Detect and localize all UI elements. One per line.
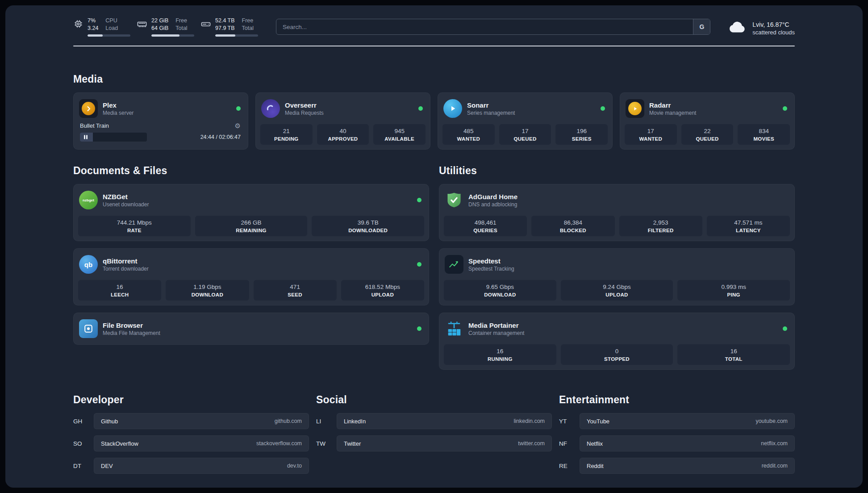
cpu-load-label: Load	[105, 25, 118, 32]
card-adguard-home[interactable]: AdGuard Home DNS and adblocking 498,461Q…	[439, 184, 795, 241]
status-dot	[601, 106, 605, 111]
section-developer: Developer GH Github github.com SO StackO…	[73, 394, 309, 480]
disk-total-label: Total	[242, 25, 254, 32]
stat-tile-stopped: 0STOPPED	[561, 344, 673, 365]
stat-tile-pending: 21PENDING	[260, 124, 313, 145]
search-engine-button[interactable]: G	[693, 19, 710, 34]
memory-free-value: 22 GiB	[151, 17, 168, 25]
bookmark-abbr: RE	[559, 463, 580, 469]
app-subtitle: Media File Management	[103, 330, 160, 336]
app-title: Speedtest	[468, 257, 514, 265]
app-subtitle: Movie management	[649, 110, 696, 116]
card-overseerr[interactable]: Overseerr Media Requests 21PENDING 40APP…	[255, 92, 430, 150]
bookmark-dev: DT DEV dev.to	[73, 458, 309, 474]
documents-section-title: Documents & Files	[73, 165, 429, 177]
status-dot	[417, 262, 421, 267]
stat-tile-running: 16RUNNING	[444, 344, 556, 365]
app-subtitle: Usenet downloader	[103, 201, 149, 208]
playback-progress-bar[interactable]	[80, 133, 147, 142]
bookmark-link-dev[interactable]: DEV dev.to	[94, 458, 309, 474]
card-nzbget[interactable]: nzbget NZBGet Usenet downloader 744.21 M…	[73, 184, 429, 241]
stat-tile-movies: 834MOVIES	[738, 124, 790, 145]
divider	[73, 46, 795, 46]
app-subtitle: DNS and adblocking	[468, 201, 517, 208]
card-speedtest[interactable]: Speedtest Speedtest Tracking 9.65 GbpsDO…	[439, 248, 795, 305]
bookmark-link-netflix[interactable]: Netflix netflix.com	[580, 435, 795, 451]
pause-button[interactable]	[84, 135, 88, 139]
top-bar: 7% 3.24 CPU Load	[73, 17, 795, 38]
search-bar: G	[276, 19, 710, 35]
bookmark-link-youtube[interactable]: YouTube youtube.com	[580, 413, 795, 429]
gear-icon[interactable]: ⚙	[235, 122, 241, 129]
stat-tile-queued: 17QUEUED	[499, 124, 551, 145]
app-title: Plex	[103, 101, 134, 109]
playback-time: 24:44 / 02:06:47	[200, 134, 241, 140]
cpu-icon	[73, 19, 83, 29]
app-subtitle: Torrent downloader	[103, 266, 149, 272]
sonarr-icon	[443, 99, 462, 118]
cloud-icon	[728, 18, 747, 38]
bookmark-link-linkedin[interactable]: LinkedIn linkedin.com	[337, 413, 552, 429]
stat-tile-upload: 618.52 MbpsUPLOAD	[341, 280, 424, 301]
stat-tile-remaining: 266 GBREMAINING	[195, 216, 308, 236]
card-sonarr[interactable]: Sonarr Series management 485WANTED 17QUE…	[438, 92, 613, 150]
stat-tile-queries: 498,461QUERIES	[444, 216, 527, 236]
bookmark-link-reddit[interactable]: Reddit reddit.com	[580, 458, 795, 474]
file-browser-icon	[79, 319, 98, 338]
app-title: Sonarr	[467, 101, 515, 109]
bookmark-stackoverflow: SO StackOverflow stackoverflow.com	[73, 435, 309, 451]
social-section-title: Social	[316, 394, 552, 406]
bookmark-netflix: NF Netflix netflix.com	[559, 435, 795, 451]
stat-tile-seed: 471SEED	[254, 280, 337, 301]
stat-tile-rate: 744.21 MbpsRATE	[78, 216, 191, 236]
bookmark-link-stackoverflow[interactable]: StackOverflow stackoverflow.com	[94, 435, 309, 451]
disk-usage-bar	[215, 34, 258, 37]
status-dot	[783, 326, 787, 331]
weather-condition: scattered clouds	[752, 29, 795, 36]
bookmark-abbr: NF	[559, 440, 580, 447]
status-dot	[417, 198, 421, 202]
bookmark-link-github[interactable]: Github github.com	[94, 413, 309, 429]
card-radarr[interactable]: Radarr Movie management 17WANTED 22QUEUE…	[620, 92, 795, 150]
cpu-percent: 7%	[88, 17, 98, 25]
app-subtitle: Container management	[468, 330, 524, 336]
memory-widget: 22 GiB 64 GiB Free Total	[137, 17, 194, 37]
disk-icon	[200, 19, 211, 29]
bookmark-youtube: YT YouTube youtube.com	[559, 413, 795, 429]
bookmark-abbr: DT	[73, 463, 94, 469]
disk-total-value: 97.9 TB	[215, 25, 235, 32]
media-section-title: Media	[73, 73, 795, 85]
search-input[interactable]	[276, 19, 693, 34]
section-media: Media Plex Media server Bullet Train ⚙	[73, 73, 795, 150]
memory-free-label: Free	[175, 17, 187, 25]
bookmark-abbr: GH	[73, 418, 94, 425]
nzbget-icon: nzbget	[79, 191, 98, 209]
card-plex[interactable]: Plex Media server Bullet Train ⚙ 24:44 /…	[73, 92, 248, 150]
stat-tile-leech: 16LEECH	[78, 280, 161, 301]
cpu-load-value: 3.24	[88, 25, 98, 32]
card-file-browser[interactable]: File Browser Media File Management	[73, 313, 429, 345]
card-portainer[interactable]: Media Portainer Container management 16R…	[439, 313, 795, 370]
stat-tile-approved: 40APPROVED	[317, 124, 369, 145]
stat-tile-total: 16TOTAL	[677, 344, 790, 365]
overseerr-icon	[261, 99, 280, 118]
section-documents: Documents & Files nzbget NZBGet Usenet d…	[73, 165, 429, 345]
bookmark-abbr: YT	[559, 418, 580, 425]
bookmark-link-twitter[interactable]: Twitter twitter.com	[337, 435, 552, 451]
weather-widget: Lviv, 16.87°C scattered clouds	[728, 18, 795, 38]
stat-tile-blocked: 86,384BLOCKED	[531, 216, 614, 236]
now-playing-title: Bullet Train	[80, 122, 109, 129]
app-subtitle: Speedtest Tracking	[468, 266, 514, 272]
bookmark-abbr: TW	[316, 440, 337, 447]
utilities-section-title: Utilities	[439, 165, 795, 177]
status-dot	[417, 326, 421, 331]
app-title: AdGuard Home	[468, 193, 517, 201]
card-qbittorrent[interactable]: qb qBittorrent Torrent downloader 16LEEC…	[73, 248, 429, 305]
bookmark-linkedin: LI LinkedIn linkedin.com	[316, 413, 552, 429]
ram-icon	[137, 19, 147, 29]
status-dot	[418, 106, 423, 111]
portainer-icon	[445, 319, 463, 338]
bookmark-reddit: RE Reddit reddit.com	[559, 458, 795, 474]
stat-tile-ping: 0.993 msPING	[677, 280, 790, 301]
entertainment-section-title: Entertainment	[559, 394, 795, 406]
